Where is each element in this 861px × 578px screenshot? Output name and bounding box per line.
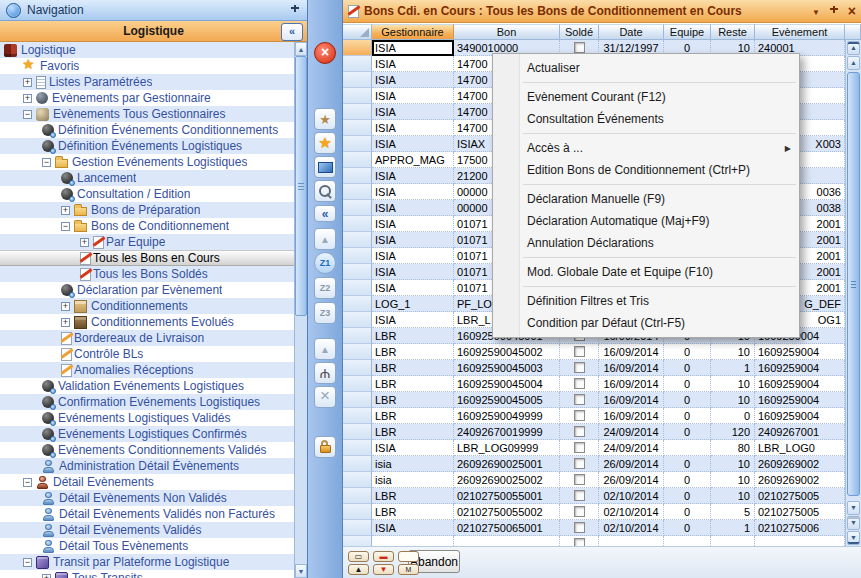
tree-expander-icon[interactable]: +	[61, 206, 70, 215]
column-header-gestionnaire[interactable]: Gestionnaire	[372, 24, 454, 40]
cell-solde[interactable]	[560, 488, 599, 504]
cell-gestionnaire[interactable]: ISIA	[372, 248, 454, 264]
cell-gestionnaire[interactable]: LBR	[372, 328, 454, 344]
table-row[interactable]: isia 26092690025002 26/09/2014 0 10 2609…	[343, 472, 845, 488]
cell-reste[interactable]: 10	[711, 488, 755, 504]
collapse-panel-button[interactable]: «	[281, 23, 303, 41]
cell-evenement[interactable]: 0210275005	[755, 504, 845, 520]
row-selector[interactable]	[343, 216, 372, 232]
row-selector[interactable]	[343, 488, 372, 504]
row-selector[interactable]	[343, 328, 372, 344]
toolbar-anchor-button[interactable]	[314, 362, 336, 384]
cell-equipe[interactable]: 0	[664, 520, 711, 536]
table-row[interactable]: LBR 02102750055001 02/10/2014 0 10 02102…	[343, 488, 845, 504]
cell-gestionnaire[interactable]: ISIA	[372, 280, 454, 296]
cell-date[interactable]: 16/09/2014	[599, 376, 664, 392]
row-selector[interactable]	[343, 200, 372, 216]
cell-gestionnaire[interactable]: ISIA	[372, 232, 454, 248]
menu-item[interactable]: Annulation Déclarations	[493, 232, 799, 254]
cell-gestionnaire[interactable]: ISIA	[372, 440, 454, 456]
cell-solde[interactable]	[560, 408, 599, 424]
toolbar-up2-button[interactable]	[314, 338, 336, 360]
cell-bon[interactable]	[454, 536, 560, 546]
close-icon[interactable]	[848, 3, 856, 19]
row-selector[interactable]	[343, 120, 372, 136]
tree-item[interactable]: Evènements Conditionnements Validés	[0, 442, 295, 458]
tree-item[interactable]: Lancement	[0, 170, 295, 186]
scroll-up-icon[interactable]: ▲	[295, 42, 307, 56]
cell-reste[interactable]: 1	[711, 360, 755, 376]
nav-up-black-button[interactable]: ▲	[348, 564, 369, 575]
solde-checkbox[interactable]	[574, 410, 585, 421]
pin-icon[interactable]	[828, 5, 840, 17]
cell-date[interactable]: 02/10/2014	[599, 488, 664, 504]
row-selector[interactable]	[343, 536, 372, 546]
nav-bar-blank-button[interactable]	[398, 551, 419, 562]
column-header-evnement[interactable]: Evènement	[755, 24, 845, 40]
cell-reste[interactable]: 10	[711, 456, 755, 472]
cell-date[interactable]: 16/09/2014	[599, 392, 664, 408]
row-selector[interactable]	[343, 520, 372, 536]
cell-reste[interactable]: 10	[711, 472, 755, 488]
cell-gestionnaire[interactable]: isia	[372, 472, 454, 488]
cell-equipe[interactable]: 0	[664, 456, 711, 472]
cell-date[interactable]	[599, 536, 664, 546]
cell-equipe[interactable]	[664, 536, 711, 546]
table-row[interactable]: isia 26092690025001 26/09/2014 0 10 2609…	[343, 456, 845, 472]
cell-reste[interactable]: 80	[711, 440, 755, 456]
tree-item[interactable]: Favoris	[0, 58, 295, 74]
tree-item[interactable]: + Tous Transits	[0, 570, 295, 578]
menu-item[interactable]: Consultation Événements	[493, 108, 799, 130]
cell-reste[interactable]: 5	[711, 504, 755, 520]
cell-reste[interactable]: 10	[711, 392, 755, 408]
cell-evenement[interactable]: LBR_LOG0	[755, 440, 845, 456]
menu-item[interactable]: Evènement Courant (F12)	[493, 86, 799, 108]
toolbar-z3-button[interactable]: Z3	[314, 302, 336, 324]
cell-gestionnaire[interactable]: LBR	[372, 504, 454, 520]
cell-gestionnaire[interactable]: LBR	[372, 424, 454, 440]
cell-equipe[interactable]: 0	[664, 504, 711, 520]
cell-gestionnaire[interactable]: ISIA	[372, 200, 454, 216]
toolbar-cross-button[interactable]	[314, 386, 336, 408]
cell-bon[interactable]: LBR_LOG09999	[454, 440, 560, 456]
toolbar-z2-button[interactable]: Z2	[314, 277, 336, 299]
tree-item[interactable]: Consultation / Edition	[0, 186, 295, 202]
row-selector[interactable]	[343, 88, 372, 104]
tree-item[interactable]: + Evènements par Gestionnaire	[0, 90, 295, 106]
cell-gestionnaire[interactable]: LBR	[372, 408, 454, 424]
tree-item[interactable]: Anomalies Réceptions	[0, 362, 295, 378]
cell-solde[interactable]	[560, 536, 599, 546]
tree-expander-icon[interactable]: −	[42, 158, 51, 167]
cell-evenement[interactable]: 1609259004	[755, 344, 845, 360]
row-selector[interactable]	[343, 248, 372, 264]
table-row[interactable]: LBR 02102750055002 02/10/2014 0 5 021027…	[343, 504, 845, 520]
scroll-up-icon[interactable]: ▲	[847, 56, 860, 70]
tree-item[interactable]: − Evènements Tous Gestionnaires	[0, 106, 295, 122]
cell-date[interactable]: 02/10/2014	[599, 504, 664, 520]
tree-expander-icon[interactable]: −	[23, 478, 32, 487]
menu-item[interactable]: Déclaration Manuelle (F9)	[493, 188, 799, 210]
cell-reste[interactable]: 10	[711, 376, 755, 392]
table-row[interactable]: LBR 16092590045005 16/09/2014 0 10 16092…	[343, 392, 845, 408]
cell-equipe[interactable]: 0	[664, 488, 711, 504]
tree-item[interactable]: Administration Détail Évènements	[0, 458, 295, 474]
cell-bon[interactable]: 16092590045003	[454, 360, 560, 376]
toolbar-lock-button[interactable]	[314, 436, 336, 458]
tree-item[interactable]: + Listes Paramétrées	[0, 74, 295, 90]
cell-equipe[interactable]: 0	[664, 392, 711, 408]
cell-solde[interactable]	[560, 520, 599, 536]
row-selector[interactable]	[343, 504, 372, 520]
cell-date[interactable]: 16/09/2014	[599, 408, 664, 424]
row-selector[interactable]	[343, 408, 372, 424]
cell-reste[interactable]: 120	[711, 424, 755, 440]
row-selector[interactable]	[343, 440, 372, 456]
cell-gestionnaire[interactable]: LBR	[372, 376, 454, 392]
cell-equipe[interactable]: 0	[664, 472, 711, 488]
cell-equipe[interactable]: 0	[664, 360, 711, 376]
tree-item[interactable]: Définition Événements Logistiques	[0, 138, 295, 154]
tree-item[interactable]: Contrôle BLs	[0, 346, 295, 362]
tree-item[interactable]: + Par Equipe	[0, 234, 295, 250]
solde-checkbox[interactable]	[574, 362, 585, 373]
cell-date[interactable]: 16/09/2014	[599, 344, 664, 360]
solde-checkbox[interactable]	[574, 458, 585, 469]
